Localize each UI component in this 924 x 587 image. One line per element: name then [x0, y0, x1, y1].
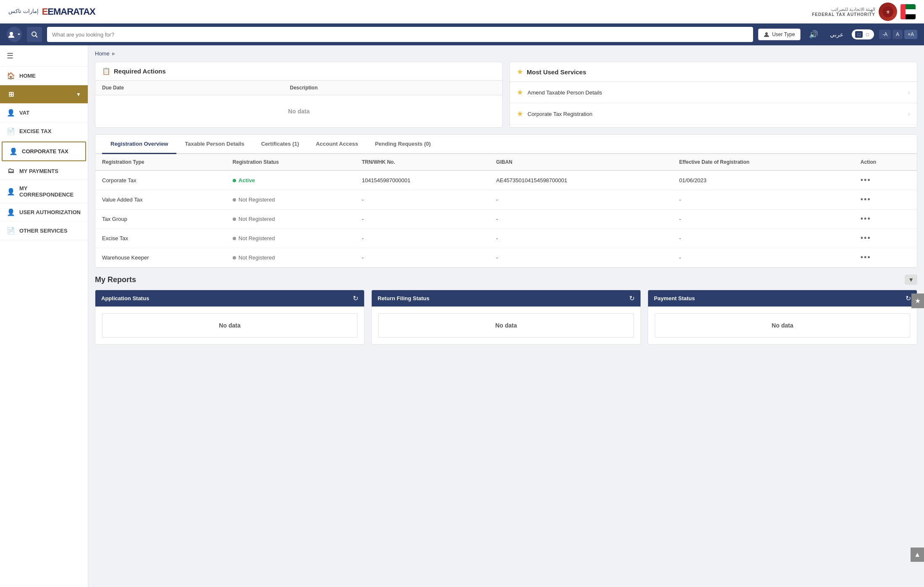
cell-action[interactable]: ••• — [854, 229, 917, 248]
action-menu-dots[interactable]: ••• — [861, 234, 871, 242]
cell-trn: - — [355, 210, 489, 229]
excise-icon: 📄 — [7, 127, 15, 135]
logo-text: EEMARATAX — [42, 6, 95, 17]
sidebar-item-vat[interactable]: 👤 VAT — [0, 104, 88, 122]
correspondence-icon: 👤 — [7, 188, 15, 196]
col-effective-date: Effective Date of Registration — [672, 154, 854, 170]
fta-arabic: الهيئة الاتحادية للضرائب — [812, 7, 875, 12]
hamburger-menu[interactable]: ☰ — [0, 45, 88, 67]
table-row: Corporate Tax Active 1041545987000001 AE… — [95, 170, 917, 190]
action-menu-dots[interactable]: ••• — [861, 176, 871, 184]
sidebar-item-correspondence[interactable]: 👤 MY CORRESPONDENCE — [0, 180, 88, 203]
col-reg-status: Registration Status — [226, 154, 355, 170]
tab-certificates[interactable]: Certificates (1) — [253, 135, 307, 154]
no-data-cell: No data — [95, 95, 502, 128]
sidebar-item-home[interactable]: 🏠 HOME — [0, 67, 88, 85]
my-reports-header: My Reports ▼ — [95, 275, 917, 285]
sidebar-item-excise[interactable]: 📄 EXCISE TAX — [0, 122, 88, 141]
fta-english: FEDERAL TAX AUTHORITY — [812, 12, 875, 17]
required-actions-card: 📋 Required Actions Due Date Description … — [95, 62, 503, 128]
report-application-refresh-icon[interactable]: ↻ — [353, 294, 358, 302]
report-payment-body: No data — [655, 313, 910, 338]
cell-reg-type: Excise Tax — [95, 229, 226, 248]
star-icon: ★ — [517, 67, 523, 76]
font-decrease-button[interactable]: -A — [879, 30, 891, 39]
cell-effective-date: - — [672, 248, 854, 267]
cell-trn: - — [355, 248, 489, 267]
home-icon: 🏠 — [7, 72, 15, 80]
cell-effective-date: - — [672, 210, 854, 229]
table-row: Excise Tax Not Registered - - - ••• — [95, 229, 917, 248]
sidebar-item-corporate[interactable]: 👤 CORPORATE TAX — [2, 142, 86, 161]
report-return-header: Return Filing Status ↻ — [372, 290, 640, 307]
service-item-0[interactable]: ★ Amend Taxable Person Details › — [510, 82, 917, 103]
report-payment-refresh-icon[interactable]: ↻ — [906, 294, 911, 302]
svg-point-5 — [765, 32, 768, 35]
logo-left: إمارات تاكس EEMARATAX — [8, 6, 95, 17]
service-label-0: Amend Taxable Person Details — [528, 89, 904, 96]
cell-action[interactable]: ••• — [854, 210, 917, 229]
cell-reg-status: Not Registered — [226, 248, 355, 267]
service-item-1[interactable]: ★ Corporate Tax Registration › — [510, 103, 917, 125]
tab-access[interactable]: Account Access — [307, 135, 367, 154]
required-actions-table: Due Date Description No data — [95, 81, 502, 127]
report-return-refresh-icon[interactable]: ↻ — [629, 294, 635, 302]
cell-reg-type: Value Added Tax — [95, 190, 226, 210]
sidebar-item-other[interactable]: 📄 OTHER SERVICES — [0, 222, 88, 240]
tabs-nav: Registration Overview Taxable Person Det… — [95, 135, 917, 154]
cell-reg-type: Corporate Tax — [95, 170, 226, 190]
favorite-float-button[interactable]: ★ — [911, 294, 924, 308]
font-normal-button[interactable]: A — [892, 30, 903, 39]
report-application-title: Application Status — [101, 295, 149, 301]
tab-taxable[interactable]: Taxable Person Details — [176, 135, 252, 154]
svg-point-3 — [32, 32, 36, 36]
display-toggle[interactable]: □ □ — [852, 29, 874, 39]
cell-reg-status: Not Registered — [226, 229, 355, 248]
cell-reg-status: Not Registered — [226, 210, 355, 229]
cell-giban: - — [489, 248, 672, 267]
cell-action[interactable]: ••• — [854, 248, 917, 267]
arabic-language-button[interactable]: عربي — [827, 29, 847, 39]
col-trn: TRN/WHK No. — [355, 154, 489, 170]
audio-icon[interactable]: 🔊 — [806, 28, 822, 41]
sidebar-item-payments[interactable]: 🗂 MY PAYMENTS — [0, 162, 88, 180]
status-dot — [233, 198, 236, 202]
search-input[interactable] — [47, 27, 753, 42]
payments-icon: 🗂 — [7, 167, 15, 175]
status-dot — [233, 237, 236, 240]
sidebar-item-user-auth[interactable]: 👤 USER AUTHORIZATION — [0, 203, 88, 222]
tab-pending[interactable]: Pending Requests (0) — [367, 135, 439, 154]
cell-action[interactable]: ••• — [854, 190, 917, 210]
required-actions-title: Required Actions — [114, 68, 166, 75]
cell-reg-type: Warehouse Keeper — [95, 248, 226, 267]
font-increase-button[interactable]: +A — [904, 30, 917, 39]
cell-trn: 1041545987000001 — [355, 170, 489, 190]
report-card-application: Application Status ↻ No data — [95, 290, 365, 345]
scroll-up-float-button[interactable]: ▲ — [911, 548, 924, 562]
action-menu-dots[interactable]: ••• — [861, 253, 871, 262]
col-reg-type: Registration Type — [95, 154, 226, 170]
report-application-header: Application Status ↻ — [95, 290, 364, 307]
action-menu-dots[interactable]: ••• — [861, 195, 871, 204]
service-star-0: ★ — [517, 88, 523, 97]
user-avatar[interactable] — [7, 27, 22, 42]
cell-reg-status: Active — [226, 170, 355, 190]
action-menu-dots[interactable]: ••• — [861, 215, 871, 223]
cell-trn: - — [355, 229, 489, 248]
breadcrumb-arrow-icon: ▶ — [112, 51, 116, 56]
my-reports-collapse[interactable]: ▼ — [905, 275, 917, 285]
service-arrow-1: › — [908, 110, 910, 117]
search-icon[interactable] — [27, 27, 42, 42]
cell-action[interactable]: ••• — [854, 170, 917, 190]
status-dot — [233, 218, 236, 221]
user-type-button[interactable]: User Type — [758, 29, 800, 40]
cell-effective-date: 01/06/2023 — [672, 170, 854, 190]
breadcrumb-home[interactable]: Home — [95, 50, 110, 57]
cell-giban: - — [489, 210, 672, 229]
col-description: Description — [283, 81, 502, 95]
sidebar-item-apps[interactable]: ⊞ ▼ — [0, 85, 88, 104]
tab-registration[interactable]: Registration Overview — [102, 135, 176, 154]
cell-trn: - — [355, 190, 489, 210]
status-not-registered: Not Registered — [233, 235, 349, 241]
reports-grid: Application Status ↻ No data Return Fili… — [95, 290, 917, 345]
